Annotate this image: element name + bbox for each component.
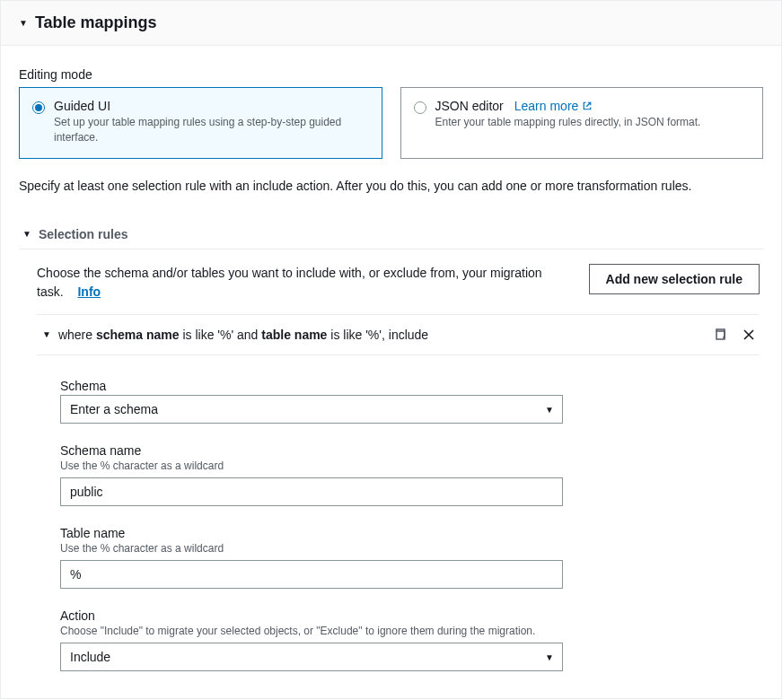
caret-down-icon: ▼ — [42, 329, 51, 339]
action-select[interactable]: Include — [60, 643, 563, 671]
action-label: Action — [60, 608, 563, 623]
external-link-icon — [582, 101, 593, 111]
selection-rules-desc: Choose the schema and/or tables you want… — [37, 266, 542, 299]
caret-down-icon: ▼ — [19, 18, 28, 28]
mode-json-title: JSON editor — [435, 99, 504, 113]
caret-down-icon: ▼ — [22, 229, 31, 239]
info-link[interactable]: Info — [77, 284, 101, 299]
schema-name-input[interactable] — [60, 477, 563, 506]
table-name-hint: Use the % character as a wildcard — [60, 542, 563, 555]
rule-form: Schema Enter a schema ▼ Schema name Use … — [37, 355, 760, 680]
copy-icon[interactable] — [713, 328, 727, 342]
editing-mode-options: Guided UI Set up your table mapping rule… — [19, 87, 763, 159]
rule-summary-text: where schema name is like '%' and table … — [58, 328, 428, 342]
action-hint: Choose "Include" to migrate your selecte… — [60, 625, 563, 637]
rule-summary-row: ▼ where schema name is like '%' and tabl… — [37, 315, 760, 355]
panel-body: Editing mode Guided UI Set up your table… — [1, 46, 781, 698]
radio-json[interactable] — [414, 101, 426, 114]
schema-select-label: Schema — [60, 379, 563, 393]
mode-card-json[interactable]: JSON editor Learn more Enter your table … — [400, 87, 764, 159]
helper-text: Specify at least one selection rule with… — [19, 179, 763, 193]
close-icon[interactable] — [742, 328, 756, 342]
action-field: Action Choose "Include" to migrate your … — [60, 608, 563, 671]
panel-title: Table mappings — [35, 13, 157, 32]
table-name-input[interactable] — [60, 560, 563, 589]
table-mappings-panel: ▼ Table mappings Editing mode Guided UI … — [0, 0, 782, 699]
selection-rules-header[interactable]: ▼ Selection rules — [19, 218, 763, 249]
rule-summary[interactable]: ▼ where schema name is like '%' and tabl… — [42, 328, 428, 342]
selection-rules-title: Selection rules — [39, 227, 128, 241]
panel-header[interactable]: ▼ Table mappings — [1, 1, 781, 46]
schema-name-label: Schema name — [60, 443, 563, 458]
mode-card-guided[interactable]: Guided UI Set up your table mapping rule… — [19, 87, 382, 159]
mode-guided-desc: Set up your table mapping rules using a … — [54, 115, 369, 145]
table-name-field: Table name Use the % character as a wild… — [60, 526, 563, 589]
selection-rules-body: Choose the schema and/or tables you want… — [19, 249, 763, 680]
mode-guided-title: Guided UI — [54, 99, 369, 113]
table-name-label: Table name — [60, 526, 563, 540]
schema-name-hint: Use the % character as a wildcard — [60, 459, 563, 472]
radio-guided[interactable] — [32, 101, 45, 114]
mode-json-desc: Enter your table mapping rules directly,… — [435, 115, 701, 130]
schema-select-field: Schema Enter a schema ▼ — [60, 379, 563, 424]
schema-name-field: Schema name Use the % character as a wil… — [60, 443, 563, 506]
editing-mode-label: Editing mode — [19, 67, 763, 82]
schema-select[interactable]: Enter a schema — [60, 395, 563, 424]
learn-more-link[interactable]: Learn more — [514, 99, 593, 113]
add-selection-rule-button[interactable]: Add new selection rule — [589, 264, 760, 294]
